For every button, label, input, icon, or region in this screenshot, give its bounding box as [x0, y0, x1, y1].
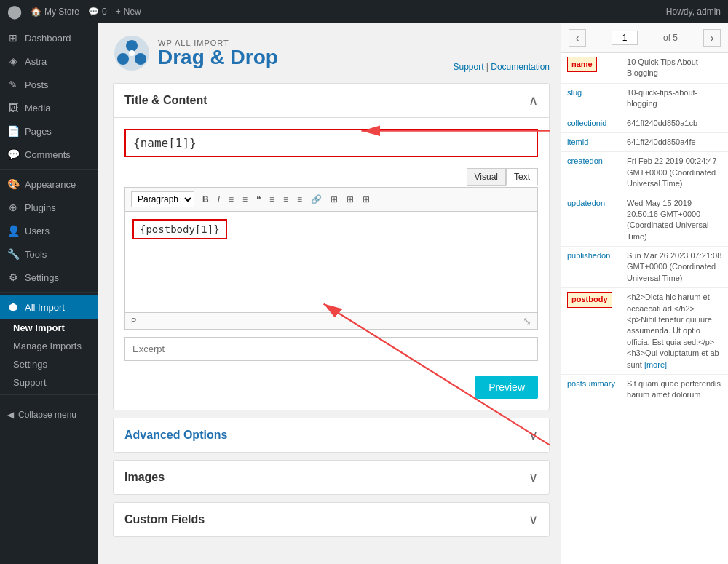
admin-bar: ⬤ 🏠 My Store 💬 0 + New Howdy, admin	[0, 0, 728, 23]
post-title-input[interactable]	[124, 129, 538, 157]
align-right-btn[interactable]: ≡	[293, 193, 306, 206]
collapse-menu-button[interactable]: ◀ Collapse menu	[0, 402, 98, 427]
sidebar-item-dashboard[interactable]: ⊞ Dashboard	[0, 26, 98, 49]
table-row: updatedonWed May 15 2019 20:50:16 GMT+00…	[561, 194, 728, 247]
custom-fields-toggle[interactable]: ∨	[529, 512, 538, 528]
sidebar-item-media[interactable]: 🖼 Media	[0, 96, 98, 119]
collapse-icon: ◀	[7, 410, 14, 420]
images-section: Images ∨	[113, 460, 550, 495]
format-select[interactable]: Paragraph	[131, 191, 194, 207]
table-row: slug10-quick-tips-about-blogging	[561, 83, 728, 114]
comment-icon: 💬	[88, 7, 99, 17]
table-row: postsummarySit quam quae perferendis har…	[561, 374, 728, 405]
adminbar-new-link[interactable]: + New	[116, 7, 141, 17]
sidebar-item-posts[interactable]: ✎ Posts	[0, 73, 98, 96]
adminbar-comments-link[interactable]: 💬 0	[88, 7, 107, 17]
post-content-field: {postbody[1]}	[132, 219, 227, 239]
fullscreen-btn[interactable]: ⊞	[359, 193, 373, 206]
plugin-brand: WP ALL IMPORT Drag & Drop	[113, 34, 278, 72]
images-header[interactable]: Images ∨	[114, 461, 549, 494]
sidebar-sub-new-import[interactable]: New Import	[0, 319, 98, 337]
data-table: name10 Quick Tips About Bloggingslug10-q…	[561, 53, 728, 405]
plugin-logo	[113, 34, 151, 72]
page-number-input[interactable]	[612, 31, 638, 45]
support-link[interactable]: Support	[453, 62, 483, 72]
sidebar-label-pages: Pages	[25, 126, 52, 137]
sidebar-item-astra[interactable]: ◈ Astra	[0, 49, 98, 73]
data-key: itemid	[561, 132, 621, 151]
excerpt-input[interactable]	[124, 337, 538, 361]
sidebar-item-appearance[interactable]: 🎨 Appearance	[0, 172, 98, 196]
main-content-wrapper: Title & Content ∧ Visual Text	[113, 83, 550, 537]
next-page-btn[interactable]: ›	[703, 29, 721, 47]
title-content-toggle[interactable]: ∧	[529, 92, 538, 108]
data-value: 641ff240dd850a1cb	[621, 114, 728, 132]
sidebar-sub-support[interactable]: Support	[0, 373, 98, 392]
table-row: postbody<h2>Dicta hic harum et occaecati…	[561, 288, 728, 375]
sidebar-separator-2	[0, 292, 98, 293]
custom-fields-header[interactable]: Custom Fields ∨	[114, 503, 549, 536]
preview-button[interactable]: Preview	[475, 376, 538, 399]
plugin-title-area: WP ALL IMPORT Drag & Drop	[158, 39, 278, 68]
sidebar-item-pages[interactable]: 📄 Pages	[0, 119, 98, 143]
text-tab[interactable]: Text	[506, 168, 538, 186]
custom-fields-heading: Custom Fields	[124, 513, 205, 526]
link-btn[interactable]: 🔗	[307, 193, 325, 206]
list-ol-btn[interactable]: ≡	[239, 193, 251, 206]
sidebar-item-all-import[interactable]: ⬢ All Import	[0, 295, 98, 319]
plugin-header: WP ALL IMPORT Drag & Drop Support | Docu…	[113, 34, 550, 72]
data-value: Sun Mar 26 2023 07:21:08 GMT+0000 (Coord…	[621, 247, 728, 288]
new-label: New	[124, 7, 141, 17]
adminbar-store-link[interactable]: 🏠 My Store	[31, 7, 79, 17]
comments-icon: 💬	[7, 148, 19, 160]
dashboard-icon: ⊞	[7, 32, 19, 44]
images-toggle[interactable]: ∨	[529, 469, 538, 485]
sidebar-sub-settings[interactable]: Settings	[0, 355, 98, 373]
svg-point-2	[117, 53, 129, 65]
table-btn[interactable]: ⊞	[327, 193, 341, 206]
comment-count: 0	[102, 7, 107, 17]
data-key: createdon	[561, 152, 621, 194]
quote-btn[interactable]: ❝	[253, 193, 264, 206]
data-more-link[interactable]: [more]	[642, 360, 667, 369]
sidebar-sub-manage-imports[interactable]: Manage Imports	[0, 337, 98, 355]
prev-page-btn[interactable]: ‹	[569, 29, 586, 47]
sidebar: ⊞ Dashboard ◈ Astra ✎ Posts 🖼 Media 📄 Pa…	[0, 23, 98, 564]
bold-btn[interactable]: B	[199, 193, 213, 206]
sidebar-separator-3	[0, 394, 98, 395]
right-panel: ‹ of 5 › name10 Quick Tips About Bloggin…	[561, 23, 728, 564]
custom-fields-section: Custom Fields ∨	[113, 502, 550, 537]
data-value: 641ff240dd850a4fe	[621, 132, 728, 151]
documentation-link[interactable]: Documentation	[491, 62, 550, 72]
table-row: collectionid641ff240dd850a1cb	[561, 114, 728, 132]
sidebar-item-users[interactable]: 👤 Users	[0, 219, 98, 242]
advanced-options-toggle[interactable]: ∨	[529, 427, 538, 443]
store-icon: 🏠	[31, 7, 41, 17]
data-key: updatedon	[561, 194, 621, 247]
settings-icon: ⚙	[7, 271, 19, 283]
sidebar-item-comments[interactable]: 💬 Comments	[0, 143, 98, 166]
data-key: postsummary	[561, 374, 621, 405]
list-ul-btn[interactable]: ≡	[225, 193, 237, 206]
main-panel: WP ALL IMPORT Drag & Drop Support | Docu…	[98, 23, 561, 564]
editor-area[interactable]: {postbody[1]}	[124, 211, 538, 313]
sidebar-item-tools[interactable]: 🔧 Tools	[0, 242, 98, 266]
data-value: Fri Feb 22 2019 00:24:47 GMT+0000 (Coord…	[621, 152, 728, 194]
sidebar-item-settings[interactable]: ⚙ Settings	[0, 266, 98, 289]
adminbar-left: ⬤ 🏠 My Store 💬 0 + New	[7, 4, 141, 20]
main-layout: ⊞ Dashboard ◈ Astra ✎ Posts 🖼 Media 📄 Pa…	[0, 23, 728, 564]
align-left-btn[interactable]: ≡	[266, 193, 278, 206]
advanced-options-header[interactable]: Advanced Options ∨	[114, 418, 549, 452]
resize-handle[interactable]: ⤡	[523, 315, 531, 327]
visual-tab[interactable]: Visual	[467, 168, 506, 186]
plus-icon: +	[116, 7, 121, 17]
align-center-btn[interactable]: ≡	[280, 193, 292, 206]
title-content-header[interactable]: Title & Content ∧	[114, 84, 549, 118]
more-btn[interactable]: ⊞	[343, 193, 357, 206]
title-content-heading: Title & Content	[124, 94, 207, 107]
advanced-options-section: Advanced Options ∨	[113, 418, 550, 453]
sidebar-label-posts: Posts	[25, 79, 49, 90]
right-panel-nav: ‹ of 5 ›	[561, 23, 728, 53]
italic-btn[interactable]: I	[214, 193, 223, 206]
sidebar-item-plugins[interactable]: ⊕ Plugins	[0, 196, 98, 219]
